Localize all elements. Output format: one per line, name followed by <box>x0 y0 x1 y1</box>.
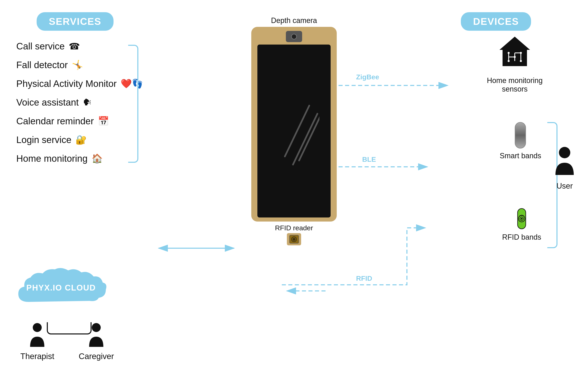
svg-point-23 <box>508 52 510 54</box>
service-home-label: Home monitoring <box>16 153 88 164</box>
rfid-reader-icon <box>289 234 300 244</box>
svg-point-31 <box>521 218 522 219</box>
calendar-icon: 📅 <box>98 116 109 126</box>
svg-marker-17 <box>499 37 530 66</box>
svg-line-9 <box>293 114 317 165</box>
camera-module <box>286 31 302 42</box>
caregiver-icon <box>87 322 105 350</box>
home-sensors-wrapper: Home monitoring sensors <box>486 34 543 93</box>
cloud-shape: PHYX.IO CLOUD <box>12 265 110 310</box>
devices-badge: DEVICES <box>461 12 531 31</box>
tablet-wrapper: Depth camera RFID reader <box>251 16 337 245</box>
service-home: Home monitoring 🏠 <box>16 153 143 164</box>
tablet <box>251 27 337 222</box>
smart-band-label: Smart bands <box>500 151 541 160</box>
rfid-bands-wrapper: RFID bands <box>502 208 541 242</box>
service-pam-label: Physical Activity Monitor <box>16 78 116 89</box>
rfid-label: RFID <box>356 275 372 282</box>
services-badge-label: SERVICES <box>49 16 101 27</box>
service-fall: Fall detector 🤸 <box>16 59 143 70</box>
home-mon-icon: 🏠 <box>91 153 103 164</box>
depth-camera-label: Depth camera <box>271 16 317 25</box>
rfid-reader-label: RFID reader <box>275 224 313 232</box>
rfid-band-icon <box>512 208 532 230</box>
camera-lens <box>291 34 297 40</box>
person-caregiver: Caregiver <box>79 322 114 361</box>
service-calendar-label: Calendar reminder <box>16 116 94 126</box>
therapist-label: Therapist <box>20 352 54 361</box>
rfid-reader-box <box>287 233 301 245</box>
cloud-wrapper: PHYX.IO CLOUD <box>12 265 110 310</box>
svg-point-25 <box>520 52 522 54</box>
services-list: Call service ☎ Fall detector 🤸 Physical … <box>16 41 143 164</box>
home-sensors-icon <box>498 34 531 73</box>
smart-bands-wrapper: Smart bands <box>500 122 541 160</box>
service-fall-label: Fall detector <box>16 59 68 70</box>
voice-icon: 🗣 <box>83 97 92 108</box>
user-label: User <box>556 182 573 190</box>
service-login: Login service 🔐 <box>16 134 143 145</box>
rfid-reader-wrapper: RFID reader <box>275 224 313 245</box>
service-voice-label: Voice assistant <box>16 97 79 108</box>
zigbee-label: ZigBee <box>356 73 379 81</box>
user-wrapper: User <box>553 146 576 190</box>
services-badge: SERVICES <box>37 12 114 31</box>
service-voice: Voice assistant 🗣 <box>16 97 143 108</box>
person-therapist: Therapist <box>20 322 54 361</box>
caregiver-label: Caregiver <box>79 352 114 361</box>
svg-point-32 <box>559 147 570 158</box>
ble-label: BLE <box>362 155 376 163</box>
login-icon: 🔐 <box>75 134 87 145</box>
tablet-screen <box>257 45 331 217</box>
service-call: Call service ☎ <box>16 41 143 52</box>
svg-point-15 <box>33 323 42 332</box>
user-icon <box>553 146 576 180</box>
fall-icon: 🤸 <box>72 60 83 70</box>
svg-point-14 <box>293 239 295 240</box>
screen-lines <box>269 95 319 167</box>
service-pam: Physical Activity Monitor ❤️👣 <box>16 78 143 89</box>
call-icon: ☎ <box>69 41 80 51</box>
service-login-label: Login service <box>16 134 71 145</box>
service-calendar: Calendar reminder 📅 <box>16 116 143 126</box>
svg-point-24 <box>514 56 516 58</box>
smart-band-icon <box>515 122 526 149</box>
svg-point-27 <box>520 60 522 62</box>
cloud-label: PHYX.IO CLOUD <box>26 283 96 292</box>
devices-badge-label: DEVICES <box>473 16 519 27</box>
home-sensors-label: Home monitoring sensors <box>486 76 543 93</box>
svg-point-16 <box>92 323 101 332</box>
people-row: Therapist Caregiver <box>20 322 114 361</box>
rfid-band-label: RFID bands <box>502 233 541 242</box>
service-call-label: Call service <box>16 41 65 52</box>
services-bracket <box>128 45 138 163</box>
therapist-icon <box>28 322 46 350</box>
svg-point-26 <box>508 60 510 62</box>
